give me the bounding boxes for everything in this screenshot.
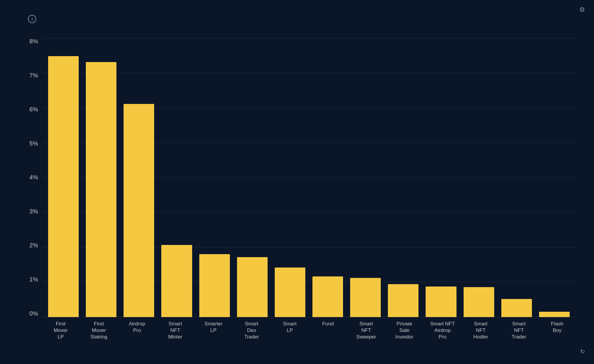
bar (501, 299, 532, 317)
y-axis-label: 3% (24, 208, 42, 215)
bar (539, 312, 570, 317)
bar-group[interactable] (422, 38, 460, 317)
chart-title: i (24, 15, 576, 23)
bar (48, 56, 79, 317)
bar (124, 104, 154, 317)
chart-area: 8%7%6%5%4%3%2%1%0% FirstMoverLPFirstMove… (24, 38, 576, 340)
x-axis-label: SmartNFTHodler (462, 321, 500, 340)
x-axis-label: SmartLP (271, 321, 309, 340)
x-axis-label: SmartNFTTrader (500, 321, 538, 340)
info-icon[interactable]: i (28, 15, 36, 23)
bar (86, 62, 116, 317)
bar (312, 276, 343, 317)
bar (275, 268, 305, 317)
bar-group[interactable] (309, 38, 347, 317)
chart-container: i 8%7%6%5%4%3%2%1%0% FirstMoverLPFirstMo… (0, 0, 594, 364)
bar-group[interactable] (158, 38, 195, 317)
bar-group[interactable] (82, 38, 120, 317)
y-axis: 8%7%6%5%4%3%2%1%0% (24, 38, 42, 317)
bar-group[interactable] (233, 38, 271, 317)
bar (237, 257, 268, 317)
bar-group[interactable] (384, 38, 422, 317)
x-axis-label: FirstMoverStaking (80, 321, 118, 340)
bar-group[interactable] (498, 38, 535, 317)
x-labels: FirstMoverLPFirstMoverStakingAirdropProS… (24, 317, 576, 340)
bar-group[interactable] (45, 38, 82, 317)
bars-area (42, 38, 576, 317)
x-axis-label: AirdropPro (118, 321, 156, 340)
bar-group[interactable] (196, 38, 233, 317)
bar (161, 245, 192, 317)
y-axis-label: 2% (24, 242, 42, 249)
x-axis-label: PrivateSaleInvestor (385, 321, 424, 340)
y-axis-label: 7% (24, 72, 42, 79)
x-axis-label: Smart NFTAirdropPro (424, 321, 462, 340)
x-axis-label: FirstMoverLP (42, 321, 80, 340)
bar-group[interactable] (535, 38, 573, 317)
y-axis-label: 6% (24, 106, 42, 113)
x-axis-label: SmartNFTMinter (156, 321, 195, 340)
bar-group[interactable] (120, 38, 158, 317)
bar (426, 287, 456, 317)
bar-group[interactable] (271, 38, 309, 317)
bar (199, 254, 230, 317)
refresh-icon[interactable]: ↻ (580, 348, 585, 355)
x-axis-label: Fund (309, 321, 347, 340)
y-axis-label: 0% (24, 310, 42, 317)
bar-group[interactable] (347, 38, 384, 317)
grid-and-bars (42, 38, 576, 317)
y-axis-label: 1% (24, 276, 42, 283)
y-axis-label: 8% (24, 38, 42, 45)
y-axis-label: 4% (24, 174, 42, 181)
x-axis-label: SmartDexTrader (233, 321, 271, 340)
bar (350, 278, 381, 317)
bar (388, 284, 418, 317)
bar-group[interactable] (460, 38, 498, 317)
settings-icon[interactable]: ⚙ (579, 6, 585, 14)
x-axis-label: SmarterLP (194, 321, 233, 340)
bar (464, 287, 494, 317)
y-axis-label: 5% (24, 140, 42, 147)
x-axis-label: FlashBoy (538, 321, 576, 340)
chart-body: 8%7%6%5%4%3%2%1%0% (24, 38, 576, 317)
x-axis-label: SmartNFTSweeper (347, 321, 386, 340)
